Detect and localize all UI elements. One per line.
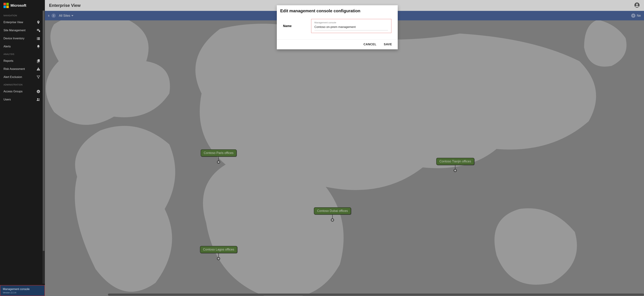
plus-circle-icon: + xyxy=(631,14,636,18)
warning-triangle-icon xyxy=(36,67,40,71)
nav-label: Reports xyxy=(4,59,13,63)
brand-text: Microsoft xyxy=(10,4,26,8)
brand-row: Microsoft xyxy=(0,0,45,12)
toolbar-left-trunc: s xyxy=(48,14,50,17)
list-icon xyxy=(36,37,40,40)
site-selector-label: All Sites xyxy=(59,14,70,18)
field-label-name: Name xyxy=(283,24,304,28)
modal-footer: CANCEL SAVE xyxy=(277,39,398,49)
edit-console-modal: Edit management console configuration Na… xyxy=(277,5,398,49)
sidebar-scrollbar-thumb[interactable] xyxy=(43,11,44,251)
modal-body: Name Management console xyxy=(277,16,398,39)
svg-point-2 xyxy=(38,91,39,91)
sidebar-footer-management-console[interactable]: Management console Version 22.3.4 xyxy=(0,285,45,296)
new-button[interactable]: + Ne xyxy=(631,14,641,18)
site-dot-icon xyxy=(217,257,220,260)
site-label: Contoso Dubai offices xyxy=(314,207,351,215)
nav-risk-assessment[interactable]: Risk Assessment xyxy=(0,65,45,73)
filter-icon xyxy=(36,75,40,79)
nav-users[interactable]: Users xyxy=(0,95,45,104)
modal-header: Edit management console configuration xyxy=(277,5,398,16)
site-stem xyxy=(332,215,332,218)
save-button[interactable]: SAVE xyxy=(384,43,392,46)
main: Enterprise View s i All Sites + Ne xyxy=(45,0,644,296)
site-dot-icon xyxy=(331,218,334,222)
nav-section-analysis: ANALYSIS xyxy=(0,51,45,57)
nav-label: Alert Exclusion xyxy=(4,75,22,79)
account-icon[interactable] xyxy=(634,2,640,9)
site-label: Contoso Lagos offices xyxy=(200,246,238,253)
nav-label: Risk Assessment xyxy=(4,67,25,71)
svg-point-4 xyxy=(39,99,40,100)
nav-label: Enterprise View xyxy=(4,21,23,24)
map-pin-icon xyxy=(36,20,40,24)
nav-enterprise-view[interactable]: Enterprise View xyxy=(0,18,45,26)
server-shield-icon xyxy=(36,29,40,32)
svg-point-0 xyxy=(37,90,40,93)
site-tag-dubai[interactable]: Contoso Dubai offices xyxy=(314,207,351,222)
toolbar-left: s i xyxy=(48,14,56,18)
nav-access-groups[interactable]: Access Groups xyxy=(0,87,45,95)
footer-title: Management console xyxy=(3,287,42,291)
console-name-input[interactable] xyxy=(314,25,388,30)
nav-device-inventory[interactable]: Device Inventory xyxy=(0,34,45,43)
site-stem xyxy=(455,165,456,169)
svg-point-3 xyxy=(37,98,38,100)
nav-label: Alerts xyxy=(4,45,11,48)
site-dot-icon xyxy=(454,169,457,172)
site-dot-icon xyxy=(217,161,220,164)
nav-label: Site Management xyxy=(4,29,26,32)
sidebar-scrollbar[interactable] xyxy=(42,11,45,284)
svg-point-6 xyxy=(636,4,638,6)
site-label: Contoso Tianjin offices xyxy=(436,158,474,165)
info-icon[interactable]: i xyxy=(52,14,56,18)
svg-point-1 xyxy=(38,91,38,91)
map-area[interactable]: Contoso Paris officesContoso Tianjin off… xyxy=(45,20,644,296)
floating-label: Management console xyxy=(314,21,388,24)
footer-version: Version 22.3.4 xyxy=(3,291,42,294)
copy-icon xyxy=(36,59,40,63)
new-button-label: Ne xyxy=(637,14,641,18)
nav-label: Users xyxy=(4,98,11,101)
site-tag-tianjin[interactable]: Contoso Tianjin offices xyxy=(436,158,474,172)
site-tag-lagos[interactable]: Contoso Lagos offices xyxy=(200,246,238,260)
site-label: Contoso Paris offices xyxy=(201,150,237,157)
sidebar: Microsoft NAVIGATION Enterprise View Sit… xyxy=(0,0,45,296)
nav-reports[interactable]: Reports xyxy=(0,57,45,65)
modal-title: Edit management console configuration xyxy=(280,9,394,13)
nav-label: Device Inventory xyxy=(4,37,24,40)
name-field-box: Management console xyxy=(311,19,391,33)
bell-icon xyxy=(36,45,40,48)
site-stem xyxy=(218,157,219,161)
world-map-graphic xyxy=(45,20,644,296)
nav-alert-exclusion[interactable]: Alert Exclusion xyxy=(0,73,45,81)
site-selector-dropdown[interactable]: All Sites xyxy=(59,14,74,18)
chevron-down-icon xyxy=(71,15,74,16)
site-tag-paris[interactable]: Contoso Paris offices xyxy=(201,150,237,164)
nav-site-management[interactable]: Site Management xyxy=(0,26,45,34)
nav-label: Access Groups xyxy=(4,90,22,93)
nav-section-administration: ADMINISTRATION xyxy=(0,81,45,87)
nav-alerts[interactable]: Alerts xyxy=(0,43,45,51)
people-icon xyxy=(36,98,40,101)
nav-section-navigation: NAVIGATION xyxy=(0,12,45,18)
page-title: Enterprise View xyxy=(49,3,80,8)
group-circle-icon xyxy=(36,90,40,93)
map-horizontal-scrollbar[interactable] xyxy=(108,293,644,296)
microsoft-logo-icon xyxy=(4,3,9,8)
cancel-button[interactable]: CANCEL xyxy=(364,43,376,46)
site-stem xyxy=(218,253,219,257)
